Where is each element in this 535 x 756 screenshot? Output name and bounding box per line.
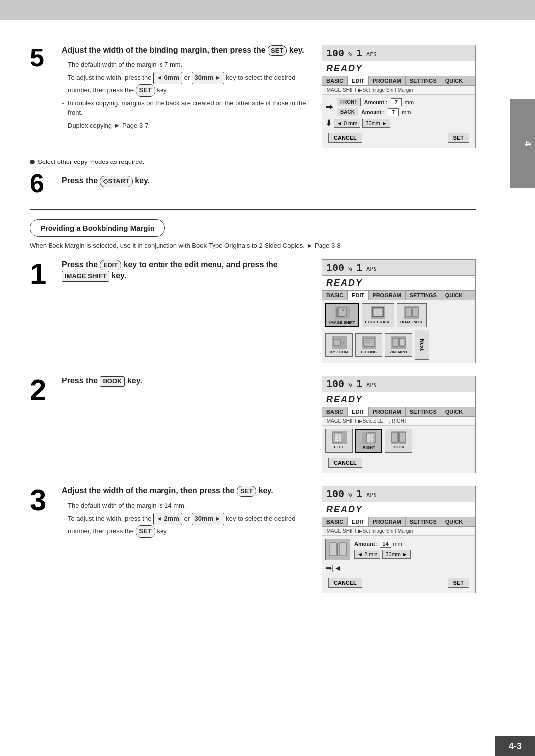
step-1-number: 1 (30, 259, 54, 289)
book-icon-btn[interactable]: BOOK (385, 429, 412, 453)
step-6-title: Press the ◇START key. (62, 175, 150, 187)
step-5-number: 5 (30, 45, 54, 70)
0mm-key[interactable]: ◄ 0mm (153, 72, 182, 84)
panel-5-body: ➡ FRONT Amount : 7 mm BACK (322, 95, 475, 148)
editing-shape (362, 336, 376, 349)
tab-quick-5[interactable]: QUICK (441, 76, 467, 85)
tab-program-2[interactable]: PROGRAM (369, 407, 405, 416)
step-3-number: 3 (30, 486, 54, 515)
tab-settings-2[interactable]: SETTINGS (406, 407, 441, 416)
tab-basic-5[interactable]: BASIC (322, 76, 348, 85)
panel-3-amount-label: Amount : (354, 541, 378, 547)
svg-rect-5 (405, 308, 411, 317)
2mm-nav-btn[interactable]: ◄ 2 mm (354, 550, 380, 559)
front-amount-val: 7 (391, 98, 402, 106)
tab-quick-3[interactable]: QUICK (441, 517, 467, 526)
right-label: RIGHT (363, 445, 375, 450)
panel-5-ready: READY (322, 61, 475, 76)
step-5-bullet-3: In duplex copying, margins on the back a… (62, 98, 312, 119)
30mm-nav-btn[interactable]: 30mm ► (362, 119, 390, 128)
panel-3-amount-row: Amount : 14 mm (354, 540, 411, 548)
panel-3-body: Amount : 14 mm ◄ 2 mm 30mm ► (322, 536, 475, 593)
30mm-key-3[interactable]: 30mm ► (192, 513, 224, 525)
tab-program-3[interactable]: PROGRAM (369, 517, 405, 526)
back-icon: ⬇ (325, 118, 332, 128)
panel-1-tabs: BASIC EDIT PROGRAM SETTINGS QUICK (322, 291, 475, 300)
select-modes-bullet: Select other copy modes as required. (30, 158, 476, 165)
set-key-3: SET (237, 486, 256, 497)
back-amount-label: Amount : (361, 109, 385, 115)
panel-1-percent: 100 (326, 262, 344, 273)
set-btn-5[interactable]: SET (448, 133, 469, 143)
panel-3-symbol: % (348, 491, 352, 499)
right-icon-btn[interactable]: RIGHT (355, 429, 382, 453)
30mm-nav-btn-3[interactable]: 30mm ► (382, 550, 411, 559)
cancel-btn-5[interactable]: CANCEL (328, 133, 362, 143)
step-1-content: Press the EDIT key to enter the edit men… (62, 259, 312, 286)
page-number: 4-3 (495, 736, 535, 756)
tab-edit-5[interactable]: EDIT (348, 76, 369, 85)
step-6-number: 6 (30, 170, 54, 196)
svg-rect-27 (339, 543, 346, 556)
svg-rect-1 (338, 307, 346, 316)
image-shift-icon-btn[interactable]: IMAGE SHIFT (325, 303, 359, 327)
panel-3-left-arrow: ➡|◄ (325, 563, 342, 573)
step-5-content: Adjust the width of the binding margin, … (62, 45, 312, 133)
tab-settings-1[interactable]: SETTINGS (406, 291, 441, 300)
0mm-nav-btn[interactable]: ◄ 0 mm (334, 119, 360, 128)
tab-settings-3[interactable]: SETTINGS (406, 517, 441, 526)
tab-quick-2[interactable]: QUICK (441, 407, 467, 416)
dual-page-label: DUAL PAGE (400, 320, 423, 324)
left-label: LEFT (334, 445, 344, 449)
step-2-content: Press the BOOK key. (62, 376, 312, 391)
tab-edit-2[interactable]: EDIT (348, 407, 369, 416)
30mm-key[interactable]: 30mm ► (192, 72, 224, 84)
tab-edit-3[interactable]: EDIT (348, 517, 369, 526)
cancel-btn-3[interactable]: CANCEL (328, 578, 362, 588)
cancel-btn-2[interactable]: CANCEL (328, 458, 362, 468)
xy-zoom-label: XY ZOOM (330, 350, 348, 354)
step-5-container: 5 Adjust the width of the binding margin… (30, 45, 312, 133)
panel-3-arrow-row: ➡|◄ (325, 563, 472, 573)
editing-icon-btn[interactable]: EDITING (355, 333, 382, 357)
panel-3-percent: 100 (326, 488, 344, 500)
left-icon-btn[interactable]: LEFT (325, 429, 353, 453)
tab-basic-1[interactable]: BASIC (322, 291, 348, 300)
set-btn-3[interactable]: SET (448, 578, 469, 588)
panel-2-symbol: % (348, 381, 352, 389)
tab-settings-5[interactable]: SETTINGS (406, 76, 441, 85)
panel-3-mm: mm (393, 541, 402, 547)
edit-key: EDIT (100, 260, 121, 270)
next-button[interactable]: Next (415, 330, 429, 360)
2mm-key[interactable]: ◄ 2mm (153, 513, 182, 525)
step-5-body: The default width of the margin is 7 mm.… (62, 60, 312, 131)
panel-1-body: IMAGE SHIFT EDGE ERASE (322, 300, 475, 363)
svg-rect-23 (392, 432, 398, 442)
edge-erase-icon-btn[interactable]: EDGE ERASE (362, 303, 394, 327)
panel-3-header: 100 % 1 APS (322, 486, 475, 502)
image-shift-shape (335, 306, 350, 319)
tab-quick-1[interactable]: QUICK (441, 291, 467, 300)
panel-1-icon-row1: IMAGE SHIFT EDGE ERASE (325, 303, 472, 327)
panel-1-num: 1 (356, 262, 362, 273)
panel-5-header: 100 % 1 APS (322, 45, 475, 61)
tab-basic-3[interactable]: BASIC (322, 517, 348, 526)
dual-page-icon-btn[interactable]: DUAL PAGE (397, 303, 427, 327)
bookbinding-banner: Providing a Bookbinding Margin (30, 219, 165, 237)
tab-program-5[interactable]: PROGRAM (369, 76, 405, 85)
2in1-icon-btn[interactable]: → 2IN1/4IN1 (385, 333, 412, 357)
panel-2-bottom: CANCEL (325, 456, 472, 470)
xy-zoom-icon-btn[interactable]: ↔ XY ZOOM (325, 333, 353, 357)
panel-5-tabs: BASIC EDIT PROGRAM SETTINGS QUICK (322, 76, 475, 86)
tab-program-1[interactable]: PROGRAM (369, 291, 405, 300)
tab-basic-2[interactable]: BASIC (322, 407, 348, 416)
step-5-panel: 100 % 1 APS READY BASIC EDIT PROGRAM SET… (322, 45, 476, 148)
tab-edit-1[interactable]: EDIT (348, 291, 369, 300)
panel-2-body: LEFT RIGHT (322, 426, 475, 473)
step-3-left: 3 Adjust the width of the margin, then p… (30, 486, 312, 549)
panel-2-path: IMAGE SHIFT ▶Select LEFT, RIGHT (322, 417, 475, 426)
image-shift-key: IMAGE SHIFT (62, 271, 109, 282)
svg-rect-18 (335, 433, 342, 442)
book-label: BOOK (393, 445, 405, 449)
panel-1-symbol: % (348, 265, 352, 272)
